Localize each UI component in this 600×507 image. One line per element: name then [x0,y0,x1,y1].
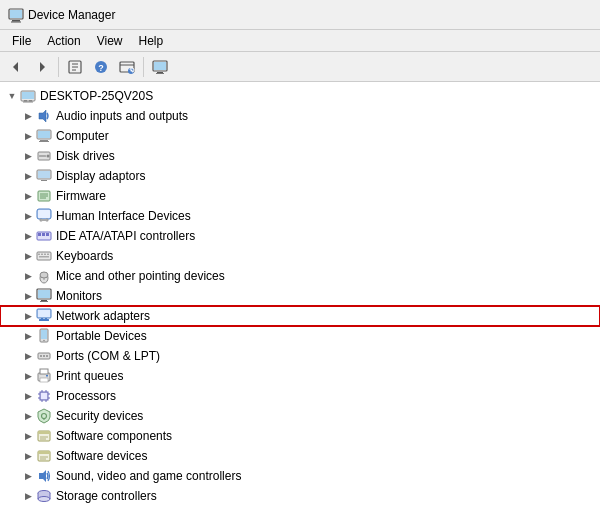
menu-action[interactable]: Action [39,32,88,50]
list-item[interactable]: IDE ATA/ATAPI controllers [0,226,600,246]
list-item[interactable]: Print queues [0,366,600,386]
toolbar: ? [0,52,600,82]
toolbar-forward-button[interactable] [30,55,54,79]
toolbar-back-button[interactable] [4,55,28,79]
list-item[interactable]: Storage controllers [0,486,600,506]
svg-rect-23 [29,100,32,102]
expand-arrow [20,128,36,144]
menu-bar: File Action View Help [0,30,600,52]
list-item[interactable]: Computer [0,126,600,146]
svg-rect-1 [12,20,20,22]
svg-rect-18 [157,72,163,73]
root-icon [20,88,36,104]
svg-rect-76 [40,378,48,382]
svg-rect-2 [11,21,21,22]
expand-arrow [20,468,36,484]
item-label: Human Interface Devices [56,209,191,223]
item-label: Keyboards [56,249,113,263]
list-item[interactable]: Portable Devices [0,326,600,346]
item-label: Portable Devices [56,329,147,343]
svg-rect-53 [47,254,49,256]
disk-icon [36,148,52,164]
menu-help[interactable]: Help [131,32,172,50]
expand-arrow [20,348,36,364]
svg-marker-4 [13,62,18,72]
mice-icon [36,268,52,284]
list-item[interactable]: Disk drives [0,146,600,166]
svg-point-31 [47,155,50,158]
print-icon [36,368,52,384]
root-label: DESKTOP-25QV20S [40,89,153,103]
list-item[interactable]: Firmware [0,186,600,206]
menu-view[interactable]: View [89,32,131,50]
svg-rect-68 [41,330,47,339]
svg-marker-25 [39,110,46,122]
item-label: Storage controllers [56,489,157,503]
svg-rect-27 [38,131,50,138]
svg-rect-19 [156,73,164,74]
expand-arrow [20,408,36,424]
root-expand-arrow [4,88,20,104]
item-label: Security devices [56,409,143,423]
expand-arrow [20,388,36,404]
network-adapters-item[interactable]: Network adapters [0,306,600,326]
list-item[interactable]: Audio inputs and outputs [0,106,600,126]
item-label: Ports (COM & LPT) [56,349,160,363]
item-label: Audio inputs and outputs [56,109,188,123]
expand-arrow [20,428,36,444]
toolbar-properties-button[interactable] [63,55,87,79]
ports-icon [36,348,52,364]
list-item[interactable]: Ports (COM & LPT) [0,346,600,366]
software-icon [36,428,52,444]
processor-icon [36,388,52,404]
list-item[interactable]: Keyboards [0,246,600,266]
list-item[interactable]: Software devices [0,446,600,466]
software-dev-icon [36,448,52,464]
svg-rect-46 [38,233,41,236]
list-item[interactable]: Display adaptors [0,166,600,186]
list-item[interactable]: Mice and other pointing devices [0,266,600,286]
toolbar-monitor-button[interactable] [148,55,172,79]
item-label: Monitors [56,289,102,303]
svg-rect-48 [46,233,49,236]
svg-rect-50 [38,254,40,256]
expand-arrow [20,308,36,324]
expand-arrow [20,268,36,284]
expand-arrow [20,448,36,464]
list-item[interactable]: Processors [0,386,600,406]
item-label: Computer [56,129,109,143]
storage-icon [36,488,52,504]
list-item[interactable]: Software components [0,426,600,446]
item-label: Sound, video and game controllers [56,469,241,483]
keyboard-icon [36,248,52,264]
portable-icon [36,328,52,344]
svg-point-73 [46,355,48,357]
svg-text:?: ? [98,63,104,73]
svg-rect-75 [40,369,48,374]
menu-file[interactable]: File [4,32,39,50]
item-label: IDE ATA/ATAPI controllers [56,229,195,243]
expand-arrow [20,488,36,504]
svg-rect-95 [38,451,50,454]
svg-rect-21 [22,92,34,99]
expand-arrow [20,148,36,164]
ide-icon [36,228,52,244]
toolbar-help-button[interactable]: ? [89,55,113,79]
item-label: Processors [56,389,116,403]
toolbar-scan-button[interactable] [115,55,139,79]
expand-arrow [20,288,36,304]
svg-marker-5 [40,62,45,72]
tree-root[interactable]: DESKTOP-25QV20S [0,86,600,106]
monitor-icon [36,288,52,304]
title-bar: Device Manager [0,0,600,30]
list-item[interactable]: Monitors [0,286,600,306]
svg-rect-79 [41,393,47,399]
list-item[interactable]: Security devices [0,406,600,426]
title-bar-icon [8,7,24,23]
list-item[interactable]: Human Interface Devices [0,206,600,226]
item-label: Disk drives [56,149,115,163]
audio-icon [36,108,52,124]
sound-icon [36,468,52,484]
item-label: Firmware [56,189,106,203]
list-item[interactable]: Sound, video and game controllers [0,466,600,486]
